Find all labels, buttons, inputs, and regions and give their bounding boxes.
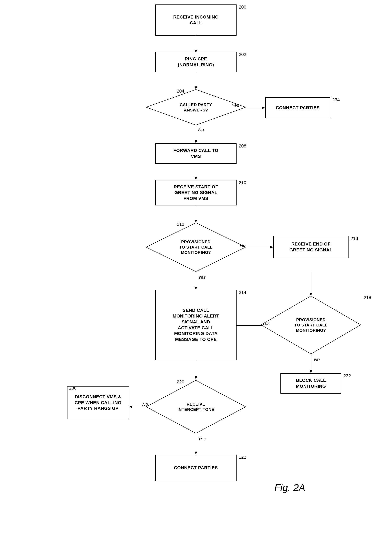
node-210: RECEIVE START OFGREETING SIGNALFROM VMS: [155, 180, 237, 205]
node-220: RECEIVEINTERCEPT TONE: [145, 379, 247, 434]
node-200: RECEIVE INCOMINGCALL: [155, 5, 237, 36]
label-222: 222: [239, 455, 246, 460]
svg-marker-17: [195, 287, 197, 290]
label-208: 208: [239, 143, 246, 149]
node-214: SEND CALLMONITORING ALERTSIGNAL ANDACTIV…: [155, 290, 237, 360]
node-216: RECEIVE END OFGREETING SIGNAL: [273, 236, 349, 258]
node-230: DISCONNECT VMS &CPE WHEN CALLINGPARTY HA…: [67, 386, 129, 419]
svg-marker-23: [195, 376, 197, 379]
label-232: 232: [343, 373, 351, 379]
svg-marker-27: [195, 452, 197, 455]
diagram-container: RECEIVE INCOMINGCALL 200 RING CPE(NORMAL…: [0, 0, 392, 538]
n218-no-label: No: [314, 357, 320, 362]
node-232: BLOCK CALLMONITORING: [280, 373, 341, 394]
node-218: PROVISIONEDTO START CALLMONITORING?: [260, 295, 362, 355]
svg-marker-9: [195, 177, 197, 180]
svg-marker-13: [270, 246, 273, 248]
svg-marker-7: [195, 140, 197, 143]
label-216: 216: [350, 236, 358, 241]
figure-label: Fig. 2A: [274, 482, 305, 493]
n212-yes-label: Yes: [198, 275, 206, 280]
label-214: 214: [239, 290, 246, 295]
node-234: CONNECT PARTIES: [265, 97, 330, 118]
svg-marker-5: [262, 107, 265, 109]
svg-marker-21: [310, 370, 312, 373]
node-202: RING CPE(NORMAL RING): [155, 52, 237, 72]
label-210: 210: [239, 180, 246, 185]
node-204: CALLED PARTYANSWERS?: [145, 89, 247, 126]
node-222: CONNECT PARTIES: [155, 455, 237, 481]
label-202: 202: [239, 52, 246, 57]
n204-no-label: No: [198, 127, 204, 132]
n220-yes-label: Yes: [198, 436, 206, 442]
label-234: 234: [332, 97, 340, 103]
label-230: 230: [69, 386, 77, 391]
svg-marker-25: [129, 406, 132, 408]
node-208: FORWARD CALL TOVMS: [155, 143, 237, 164]
label-200: 200: [239, 5, 246, 10]
node-212: PROVISIONEDTO START CALLMONITORING?: [145, 222, 247, 272]
label-218: 218: [364, 295, 371, 300]
